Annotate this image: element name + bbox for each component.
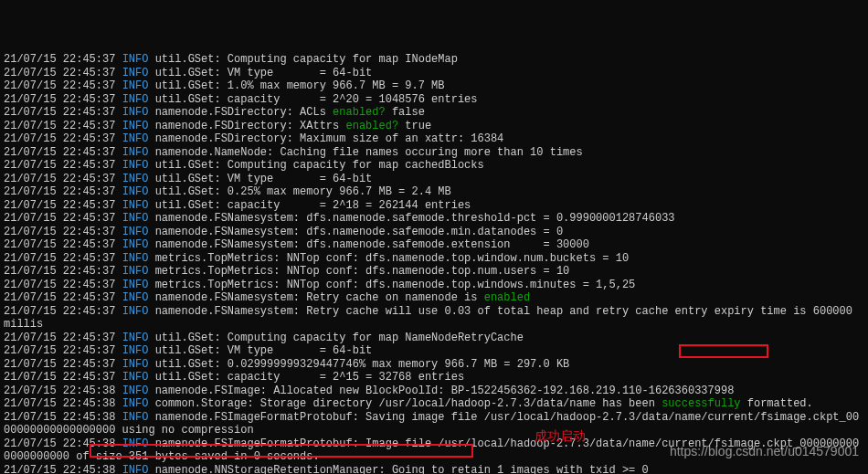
log-line-wrap: millis	[4, 318, 864, 332]
log-line: 21/07/15 22:45:37 INFO util.GSet: Comput…	[4, 53, 864, 67]
log-line: 21/07/15 22:45:37 INFO util.GSet: capaci…	[4, 93, 864, 107]
log-line: 21/07/15 22:45:38 INFO namenode.FSImageF…	[4, 437, 864, 451]
log-line: 21/07/15 22:45:37 INFO namenode.FSDirect…	[4, 120, 864, 133]
log-line: 21/07/15 22:45:37 INFO util.GSet: 0.0299…	[4, 358, 864, 372]
log-line: 21/07/15 22:45:38 INFO common.Storage: S…	[4, 397, 864, 411]
log-line: 21/07/15 22:45:37 INFO namenode.FSNamesy…	[4, 305, 864, 319]
log-line: 21/07/15 22:45:37 INFO util.GSet: VM typ…	[4, 173, 864, 186]
log-line: 21/07/15 22:45:38 INFO namenode.FSImage:…	[4, 384, 864, 398]
log-line: 21/07/15 22:45:37 INFO metrics.TopMetric…	[4, 252, 864, 266]
terminal-output: 21/07/15 22:45:37 INFO util.GSet: Comput…	[0, 53, 868, 474]
log-line: 21/07/15 22:45:37 INFO util.GSet: VM typ…	[4, 344, 864, 358]
log-line: 21/07/15 22:45:37 INFO util.GSet: capaci…	[4, 199, 864, 213]
log-line-wrap: 0000000000 of size 351 bytes saved in 0 …	[4, 450, 864, 464]
log-line: 21/07/15 22:45:37 INFO util.GSet: VM typ…	[4, 67, 864, 80]
log-line: 21/07/15 22:45:37 INFO namenode.FSNamesy…	[4, 212, 864, 226]
log-line: 21/07/15 22:45:37 INFO util.GSet: Comput…	[4, 159, 864, 173]
log-line: 21/07/15 22:45:37 INFO namenode.FSNamesy…	[4, 291, 864, 305]
log-line: 21/07/15 22:45:37 INFO metrics.TopMetric…	[4, 279, 864, 292]
log-line: 21/07/15 22:45:37 INFO namenode.FSNamesy…	[4, 226, 864, 239]
log-line: 21/07/15 22:45:37 INFO metrics.TopMetric…	[4, 265, 864, 279]
log-line: 21/07/15 22:45:37 INFO namenode.FSDirect…	[4, 106, 864, 120]
log-line: 21/07/15 22:45:37 INFO namenode.NameNode…	[4, 146, 864, 160]
log-line: 21/07/15 22:45:37 INFO util.GSet: capaci…	[4, 371, 864, 384]
log-line: 21/07/15 22:45:37 INFO util.GSet: 0.25% …	[4, 185, 864, 199]
log-line: 21/07/15 22:45:37 INFO util.GSet: Comput…	[4, 332, 864, 345]
log-line: 21/07/15 22:45:37 INFO namenode.FSNamesy…	[4, 238, 864, 252]
log-line: 21/07/15 22:45:38 INFO namenode.FSImageF…	[4, 411, 864, 425]
log-line-wrap: 00000000000000000 using no compression	[4, 424, 864, 437]
log-line: 21/07/15 22:45:38 INFO namenode.NNStorag…	[4, 464, 864, 475]
log-line: 21/07/15 22:45:37 INFO namenode.FSDirect…	[4, 132, 864, 146]
log-line: 21/07/15 22:45:37 INFO util.GSet: 1.0% m…	[4, 79, 864, 93]
